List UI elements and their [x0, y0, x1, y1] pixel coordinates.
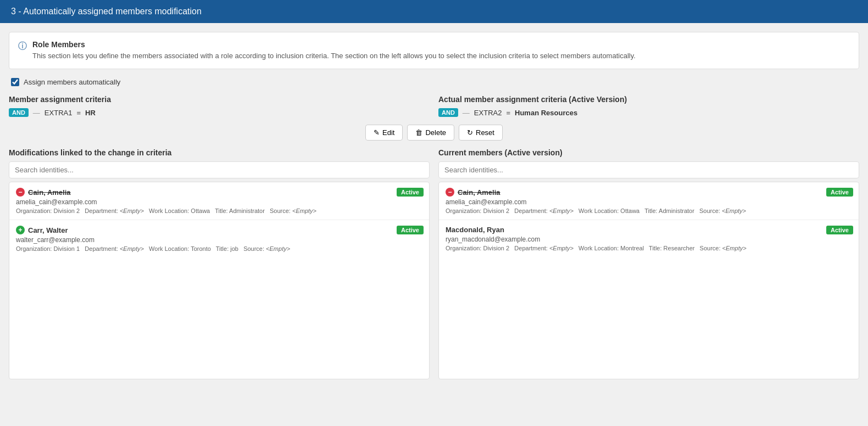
trash-icon: 🗑: [415, 128, 422, 137]
left-criteria-section: Member assignment criteria AND — EXTRA1 …: [9, 95, 430, 117]
left-search-input[interactable]: [9, 161, 430, 178]
list-item: − Cain, Amelia amelia_cain@example.com O…: [439, 182, 859, 220]
delete-button[interactable]: 🗑 Delete: [407, 125, 454, 141]
left-and-badge: AND: [9, 108, 29, 117]
left-member-list: − Cain, Amelia amelia_cain@example.com O…: [9, 182, 430, 379]
left-member-section: Modifications linked to the change in cr…: [9, 148, 430, 379]
right-criteria-title: Actual member assignment criteria (Activ…: [438, 95, 859, 104]
list-item: Macdonald, Ryan ryan_macdonald@example.c…: [439, 220, 859, 257]
page-header: 3 - Automatically assigned members modif…: [0, 0, 868, 23]
member-email: amelia_cain@example.com: [16, 198, 422, 206]
status-badge: Active: [397, 226, 424, 234]
member-email: walter_carr@example.com: [16, 236, 422, 244]
right-list-title: Current members (Active version): [438, 148, 859, 157]
assign-auto-checkbox[interactable]: [11, 78, 19, 86]
left-field: EXTRA1: [44, 109, 73, 117]
member-email: ryan_macdonald@example.com: [446, 236, 852, 243]
left-dashes: —: [33, 109, 40, 117]
member-name: Cain, Amelia: [458, 188, 500, 197]
page-title: 3 - Automatically assigned members modif…: [11, 7, 202, 16]
status-badge: Active: [826, 226, 853, 234]
remove-icon: −: [446, 188, 454, 197]
reset-button[interactable]: ↻ Reset: [459, 125, 503, 141]
member-details: Organization: Division 2 Department: <Em…: [446, 208, 852, 214]
edit-icon: ✎: [374, 128, 380, 137]
left-value: HR: [85, 109, 96, 117]
right-dashes: —: [463, 109, 470, 117]
left-operator: =: [76, 109, 81, 117]
right-operator: =: [506, 109, 510, 117]
status-badge: Active: [397, 188, 424, 197]
right-criteria-section: Actual member assignment criteria (Activ…: [438, 95, 859, 117]
info-box-description: This section lets you define the members…: [32, 51, 636, 61]
member-email: amelia_cain@example.com: [446, 198, 852, 206]
right-search-input[interactable]: [438, 161, 859, 178]
info-box-title: Role Members: [32, 40, 636, 49]
assign-auto-row: Assign members automatically: [9, 78, 859, 86]
left-criteria-row: AND — EXTRA1 = HR: [9, 108, 430, 117]
info-box: ⓘ Role Members This section lets you def…: [9, 32, 859, 69]
add-icon: +: [16, 226, 25, 234]
right-member-list: − Cain, Amelia amelia_cain@example.com O…: [438, 182, 859, 379]
member-name: Macdonald, Ryan: [446, 226, 504, 234]
info-icon: ⓘ: [18, 41, 27, 52]
member-details: Organization: Division 2 Department: <Em…: [16, 208, 422, 214]
right-value: Human Resources: [515, 109, 577, 117]
remove-icon: −: [16, 188, 25, 197]
member-details: Organization: Division 2 Department: <Em…: [446, 245, 852, 251]
right-field: EXTRA2: [474, 109, 502, 117]
assign-auto-label: Assign members automatically: [24, 78, 120, 86]
list-item: + Carr, Walter walter_carr@example.com O…: [9, 220, 429, 257]
right-criteria-row: AND — EXTRA2 = Human Resources: [438, 108, 859, 117]
right-member-section: Current members (Active version) − Cain,…: [438, 148, 859, 379]
reset-icon: ↻: [467, 128, 473, 137]
list-item: − Cain, Amelia amelia_cain@example.com O…: [9, 182, 429, 220]
member-details: Organization: Division 1 Department: <Em…: [16, 245, 422, 252]
edit-button[interactable]: ✎ Edit: [365, 125, 403, 141]
member-name: Cain, Amelia: [28, 188, 71, 197]
left-list-title: Modifications linked to the change in cr…: [9, 148, 430, 157]
member-name: Carr, Walter: [28, 226, 68, 234]
status-badge: Active: [826, 188, 853, 197]
left-criteria-title: Member assignment criteria: [9, 95, 430, 104]
right-and-badge: AND: [438, 108, 458, 117]
action-buttons: ✎ Edit 🗑 Delete ↻ Reset: [9, 125, 859, 141]
